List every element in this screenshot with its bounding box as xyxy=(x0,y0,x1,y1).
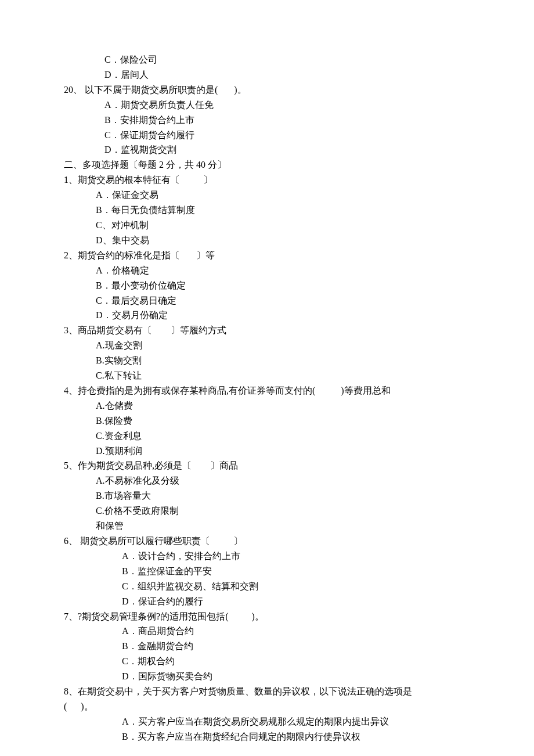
question-m6-option-c: C．组织并监视交易、结算和交割 xyxy=(64,579,470,594)
question-m2-option-d: D．交易月份确定 xyxy=(64,308,470,323)
option-d: D．居间人 xyxy=(64,67,470,82)
question-m3-option-a: A.现金交割 xyxy=(64,338,470,353)
question-m5-option-b: B.市场容量大 xyxy=(64,488,470,503)
question-m8-stem-line1: 8、在期货交易中，关于买方客户对货物质量、数量的异议权，以下说法正确的选项是 xyxy=(64,684,470,699)
question-20-option-a: A．期货交易所负责人任免 xyxy=(64,98,470,113)
question-m4-option-c: C.资金利息 xyxy=(64,429,470,444)
option-c: C．保险公司 xyxy=(64,52,470,67)
question-m3-option-c: C.私下转让 xyxy=(64,368,470,383)
question-m8-option-b: B．买方客户应当在期货经纪合同规定的期限内行使异议权 xyxy=(64,729,470,744)
question-m3-stem: 3、商品期货交易有〔 〕等履约方式 xyxy=(64,323,470,338)
question-m4-option-d: D.预期利润 xyxy=(64,444,470,459)
question-20-option-b: B．安排期货合约上市 xyxy=(64,113,470,128)
question-m4-option-b: B.保险费 xyxy=(64,413,470,429)
question-m8-option-a: A．买方客户应当在期货交易所交易规那么规定的期限内提出异议 xyxy=(64,714,470,729)
question-20-option-d: D．监视期货交割 xyxy=(64,142,470,157)
question-m4-stem: 4、持仓费指的是为拥有或保存某种商品,有价证券等而支付的( )等费用总和 xyxy=(64,383,470,398)
question-m7-option-c: C．期权合约 xyxy=(64,654,470,669)
question-m6-option-a: A．设计合约，安排合约上市 xyxy=(64,549,470,564)
question-m6-stem: 6、 期货交易所可以履行哪些职责〔 〕 xyxy=(64,534,470,549)
question-m7-option-a: A．商品期货合约 xyxy=(64,624,470,639)
question-m7-stem: 7、?期货交易管理条例?的适用范围包括( )。 xyxy=(64,609,470,624)
question-m1-option-d: D、集中交易 xyxy=(64,233,470,248)
question-m5-stem: 5、作为期货交易品种,必须是〔 〕商品 xyxy=(64,458,470,473)
question-m7-option-d: D．国际货物买卖合约 xyxy=(64,669,470,684)
question-m1-option-b: B．每日无负债结算制度 xyxy=(64,203,470,218)
question-20-stem: 20、 以下不属于期货交易所职责的是( )。 xyxy=(64,82,470,98)
question-m2-option-b: B．最小变动价位确定 xyxy=(64,278,470,293)
question-m3-option-b: B.实物交割 xyxy=(64,353,470,368)
question-m8-stem-line2: ( )。 xyxy=(64,699,470,714)
question-m6-option-b: B．监控保证金的平安 xyxy=(64,564,470,579)
question-m5-option-a: A.不易标准化及分级 xyxy=(64,473,470,488)
question-20-option-c: C．保证期货合约履行 xyxy=(64,128,470,143)
question-m1-stem: 1、期货交易的根本特征有〔 〕 xyxy=(64,172,470,188)
question-m1-option-c: C、对冲机制 xyxy=(64,218,470,233)
question-m2-option-a: A．价格确定 xyxy=(64,263,470,278)
question-m2-option-c: C．最后交易日确定 xyxy=(64,293,470,308)
section-2-heading: 二、多项选择题〔每题 2 分，共 40 分〕 xyxy=(64,157,470,172)
question-m2-stem: 2、期货合约的标准化是指〔 〕等 xyxy=(64,248,470,263)
question-m6-option-d: D．保证合约的履行 xyxy=(64,594,470,609)
question-m4-option-a: A.仓储费 xyxy=(64,398,470,413)
question-m5-extra: 和保管 xyxy=(64,519,470,534)
question-m1-option-a: A．保证金交易 xyxy=(64,188,470,203)
question-m5-option-c: C.价格不受政府限制 xyxy=(64,503,470,519)
question-m7-option-b: B．金融期货合约 xyxy=(64,639,470,654)
